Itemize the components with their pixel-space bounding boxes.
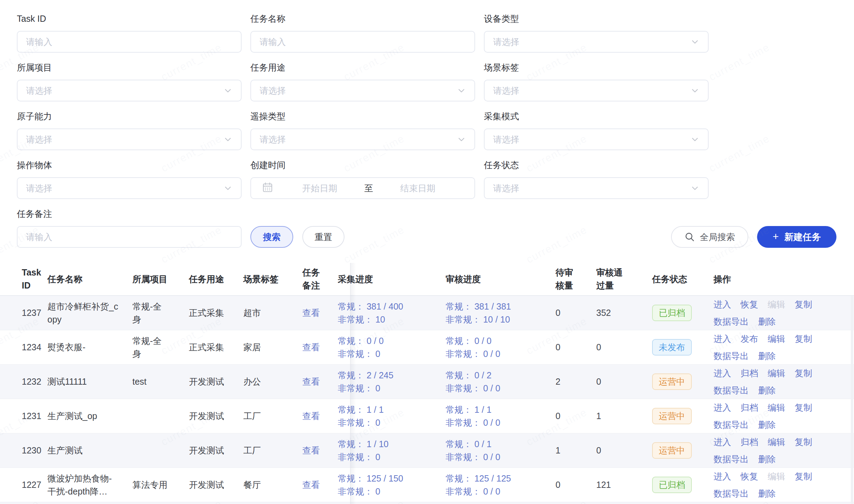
action-归档[interactable]: 归档 [741,436,758,449]
action-复制[interactable]: 复制 [795,401,812,414]
action-数据导出[interactable]: 数据导出 [714,350,749,363]
cell-collect-progress: 常规： 125 / 150非常规： 0 [328,472,446,498]
select-project[interactable]: 请选择 [17,80,242,101]
search-button[interactable]: 搜索 [250,226,293,248]
action-复制[interactable]: 复制 [795,436,812,449]
select-atomic-ability[interactable]: 请选择 [17,128,242,150]
action-编辑: 编辑 [768,298,785,311]
action-复制[interactable]: 复制 [795,367,812,380]
placeholder: 请输入 [260,36,286,48]
cell-scene: 超市 [243,306,302,319]
filter-field-collect-mode: 采集模式请选择 [484,111,709,150]
create-task-button[interactable]: + 新建任务 [757,226,836,248]
action-编辑[interactable]: 编辑 [768,367,785,380]
action-删除[interactable]: 删除 [758,315,776,328]
action-删除[interactable]: 删除 [758,350,776,363]
cell-status: 已归档 [652,477,714,493]
action-进入[interactable]: 进入 [714,470,731,483]
input-task-name[interactable]: 请输入 [250,31,475,53]
action-进入[interactable]: 进入 [714,367,731,380]
cell-actions: 进入发布编辑复制数据导出删除 [714,332,832,363]
input-task-note[interactable]: 请输入 [17,226,242,248]
action-编辑: 编辑 [768,470,785,483]
placeholder: 请选择 [26,85,52,97]
global-search-button[interactable]: 全局搜索 [671,226,748,248]
action-恢复[interactable]: 恢复 [741,298,758,311]
table-row: 1232测试11111test开发测试办公查看常规： 2 / 245非常规： 0… [0,365,854,399]
column-header-2: 任务名称 [47,273,132,286]
note-view-link[interactable]: 查看 [302,480,320,490]
cell-passed-count: 121 [592,478,652,491]
select-scene-tag[interactable]: 请选择 [484,80,709,101]
daterange-create-time[interactable]: 开始日期至结束日期 [250,177,475,199]
input-task-id[interactable]: 请输入 [17,31,242,53]
placeholder: 请选择 [493,134,519,145]
action-删除[interactable]: 删除 [758,418,776,431]
filter-field-teleop-type: 遥操类型请选择 [250,111,475,150]
chevron-down-icon [457,86,466,95]
action-编辑[interactable]: 编辑 [768,401,785,414]
cell-task-id: 1227 [0,478,47,491]
note-view-link[interactable]: 查看 [302,411,320,421]
action-归档[interactable]: 归档 [741,367,758,380]
filter-panel: Task ID请输入任务名称请输入设备类型请选择所属项目请选择任务用途请选择场景… [0,0,854,257]
action-编辑[interactable]: 编辑 [768,332,785,345]
filter-field-task-name: 任务名称请输入 [250,13,475,53]
cell-status: 运营中 [652,373,714,390]
cell-purpose: 开发测试 [189,444,243,457]
action-复制[interactable]: 复制 [795,298,812,311]
action-数据导出[interactable]: 数据导出 [714,487,749,500]
filter-label-operate-object: 操作物体 [17,160,242,170]
action-恢复[interactable]: 恢复 [741,470,758,483]
action-删除[interactable]: 删除 [758,487,776,500]
select-task-status[interactable]: 请选择 [484,177,709,199]
filter-label-task-id: Task ID [17,13,242,24]
filter-label-task-purpose: 任务用途 [250,62,475,73]
note-view-link[interactable]: 查看 [302,308,320,318]
filter-field-device-type: 设备类型请选择 [484,13,709,53]
select-task-purpose[interactable]: 请选择 [250,80,475,101]
next-row-sliver [0,502,854,504]
filter-field-scene-tag: 场景标签请选择 [484,62,709,101]
cell-task-name: 微波炉加热食物-干扰-depth降… [47,472,132,498]
action-发布[interactable]: 发布 [741,332,758,345]
cell-status: 未发布 [652,339,714,356]
filter-label-atomic-ability: 原子能力 [17,111,242,121]
cell-task-id: 1230 [0,444,47,457]
action-数据导出[interactable]: 数据导出 [714,315,749,328]
chevron-down-icon [690,37,699,46]
select-collect-mode[interactable]: 请选择 [484,128,709,150]
action-进入[interactable]: 进入 [714,401,731,414]
action-删除[interactable]: 删除 [758,384,776,397]
action-数据导出[interactable]: 数据导出 [714,453,749,466]
cell-review-progress: 常规： 1 / 1非常规： 0 / 0 [446,403,553,429]
action-数据导出[interactable]: 数据导出 [714,384,749,397]
filter-buttons: 搜索重置 [250,226,475,248]
reset-button[interactable]: 重置 [302,226,344,248]
action-进入[interactable]: 进入 [714,332,731,345]
review-line: 非常规： 0 / 0 [446,347,553,360]
select-operate-object[interactable]: 请选择 [17,177,242,199]
action-归档[interactable]: 归档 [741,401,758,414]
action-复制[interactable]: 复制 [795,332,812,345]
vertical-scrollbar[interactable] [851,296,853,504]
select-device-type[interactable]: 请选择 [484,31,709,53]
note-view-link[interactable]: 查看 [302,377,320,386]
select-teleop-type[interactable]: 请选择 [250,128,475,150]
cell-purpose: 开发测试 [189,410,243,423]
top-actions: 全局搜索 + 新建任务 [671,226,836,248]
note-view-link[interactable]: 查看 [302,445,320,455]
column-header-9: 待审 核量 [553,266,592,292]
action-进入[interactable]: 进入 [714,436,731,449]
column-header-1: Task ID [0,266,47,292]
cell-note: 查看 [302,410,328,423]
action-数据导出[interactable]: 数据导出 [714,418,749,431]
action-删除[interactable]: 删除 [758,453,776,466]
cell-task-id: 1237 [0,306,47,319]
action-复制[interactable]: 复制 [795,470,812,483]
note-view-link[interactable]: 查看 [302,342,320,352]
cell-scene: 工厂 [243,410,302,423]
action-编辑[interactable]: 编辑 [768,436,785,449]
cell-status: 运营中 [652,408,714,424]
action-进入[interactable]: 进入 [714,298,731,311]
